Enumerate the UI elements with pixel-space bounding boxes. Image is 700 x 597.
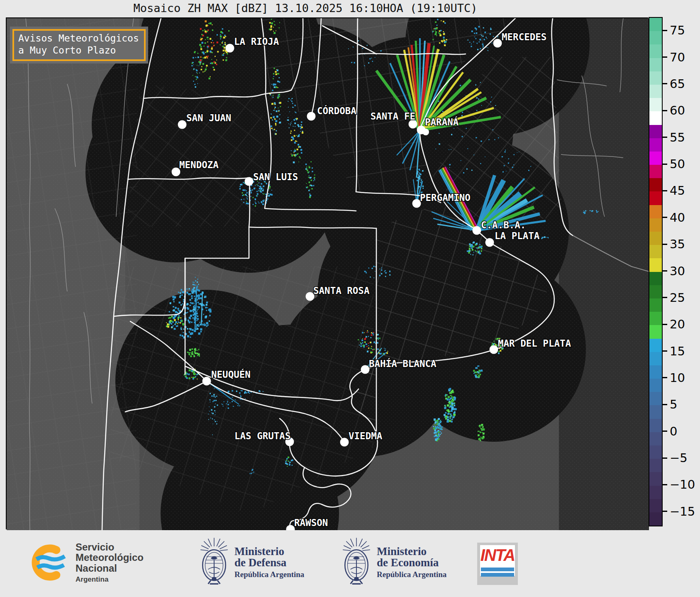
colorbar-tick-label: 60 <box>670 103 685 117</box>
colorbar-segment <box>649 58 662 71</box>
colorbar-segment <box>649 285 662 298</box>
colorbar-tick-label: 65 <box>670 77 685 91</box>
colorbar-tick-label: 45 <box>670 184 685 198</box>
city-marker <box>422 129 429 135</box>
city-label: SAN LUIS <box>253 171 298 182</box>
colorbar-tick <box>662 324 667 325</box>
city-marker <box>490 345 498 354</box>
colorbar-tick <box>662 83 667 84</box>
smn-wordmark: Servicio Meteorológico Nacional Argentin… <box>76 542 144 584</box>
smn-logo-wave-1 <box>37 556 65 560</box>
inta-bar-1 <box>481 568 514 571</box>
colorbar-tick <box>662 511 667 512</box>
city-label: MAR DEL PLATA <box>498 338 571 349</box>
colorbar-segment <box>649 165 662 178</box>
city-marker <box>178 120 187 129</box>
colorbar-segment <box>649 459 662 472</box>
warnings-line-2: a Muy Corto Plazo <box>18 44 140 56</box>
colorbar-segment <box>649 472 662 485</box>
city-marker <box>226 44 234 53</box>
city-marker <box>245 177 254 186</box>
city-marker <box>340 438 349 447</box>
colorbar-tick-label: 70 <box>670 50 685 64</box>
colorbar-tick <box>662 30 667 31</box>
colorbar-segment <box>649 191 662 205</box>
smn-logo-wave-2 <box>37 565 64 568</box>
colorbar-tick <box>662 297 667 298</box>
city-label: CÓRDOBA <box>317 105 356 116</box>
colorbar-tick <box>662 431 667 432</box>
warnings-box: Avisos Meteorológicos a Muy Corto Plazo <box>10 27 148 64</box>
smn-line-1: Servicio <box>76 542 144 552</box>
colorbar-segment <box>649 138 662 152</box>
city-label: LA RIOJA <box>234 36 279 47</box>
city-label: PARANÁ <box>425 116 459 127</box>
colorbar-tick <box>662 404 667 405</box>
colorbar-tick-label: 30 <box>670 264 685 278</box>
colorbar-tick-label: 10 <box>670 371 685 385</box>
colorbar-segment <box>649 486 662 499</box>
colorbar-tick-label: −15 <box>670 504 695 519</box>
city-marker <box>361 365 370 374</box>
colorbar-segment <box>649 18 662 31</box>
city-label: VIEDMA <box>349 431 383 441</box>
colorbar-segment <box>649 325 662 338</box>
colorbar-segment <box>649 419 662 432</box>
colorbar-tick-label: −5 <box>670 451 688 465</box>
colorbar-segment <box>649 352 662 365</box>
colorbar-tick-label: 40 <box>670 210 685 225</box>
colorbar-tick-label: 25 <box>670 291 685 305</box>
city-label: PERGAMINO <box>420 192 471 203</box>
radar-map-canvas: LA RIOJAMERCEDESSAN JUANCÓRDOBASANTA FEP… <box>7 18 649 530</box>
colorbar-tick <box>662 484 667 485</box>
colorbar-tick <box>662 217 667 218</box>
city-label: MENDOZA <box>179 159 219 170</box>
colorbar-segment <box>649 232 662 245</box>
colorbar-segment <box>649 432 662 445</box>
defensa-line-1: Ministerio <box>234 546 304 557</box>
footer-logos: Servicio Meteorológico Nacional Argentin… <box>0 530 700 597</box>
city-label: LA PLATA <box>495 230 540 241</box>
inta-logo-plate: INTA <box>480 545 515 576</box>
smn-line-4: Argentina <box>76 575 144 584</box>
colorbar-segment <box>649 392 662 405</box>
colorbar-segment <box>649 245 662 258</box>
colorbar-tick-label: −10 <box>670 477 695 492</box>
colorbar-tick-label: 35 <box>670 237 685 251</box>
dbz-colorbar <box>649 17 663 526</box>
colorbar-tick <box>662 56 667 58</box>
defensa-line-3: República Argentina <box>234 570 304 579</box>
city-marker <box>473 226 481 235</box>
colorbar-segment <box>649 312 662 325</box>
economia-line-2: de Economía <box>377 557 446 568</box>
colorbar-segment <box>649 111 662 125</box>
city-label: MERCEDES <box>502 32 546 42</box>
warnings-box-frame: Avisos Meteorológicos a Muy Corto Plazo <box>12 29 146 61</box>
colorbar-tick-label: 5 <box>670 397 677 411</box>
colorbar-tick-label: 20 <box>670 317 685 331</box>
colorbar-segment <box>649 499 662 512</box>
colorbar-tick <box>662 137 667 138</box>
warnings-line-1: Avisos Meteorológicos <box>18 32 140 44</box>
colorbar-tick <box>662 244 667 245</box>
defensa-coat-of-arms <box>198 536 230 587</box>
colorbar-segment <box>649 258 662 272</box>
colorbar-tick-label: 0 <box>670 424 677 438</box>
colorbar-segment <box>649 31 662 44</box>
city-label: NEUQUÉN <box>211 369 251 380</box>
colorbar-segment <box>649 178 662 191</box>
smn-logo <box>27 541 68 584</box>
city-marker <box>493 39 502 48</box>
colorbar-tick <box>662 270 667 272</box>
city-label: C.A.B.A. <box>481 220 526 230</box>
colorbar-tick <box>662 164 667 165</box>
economia-line-3: República Argentina <box>377 570 446 579</box>
colorbar-segment <box>649 98 662 111</box>
colorbar-segment <box>649 445 662 459</box>
colorbar-tick-label: 55 <box>670 130 685 144</box>
colorbar-segment <box>649 365 662 379</box>
smn-line-3: Nacional <box>76 563 144 573</box>
colorbar-segment <box>649 339 662 352</box>
city-label: SAN JUAN <box>186 113 231 123</box>
city-marker <box>202 377 211 386</box>
